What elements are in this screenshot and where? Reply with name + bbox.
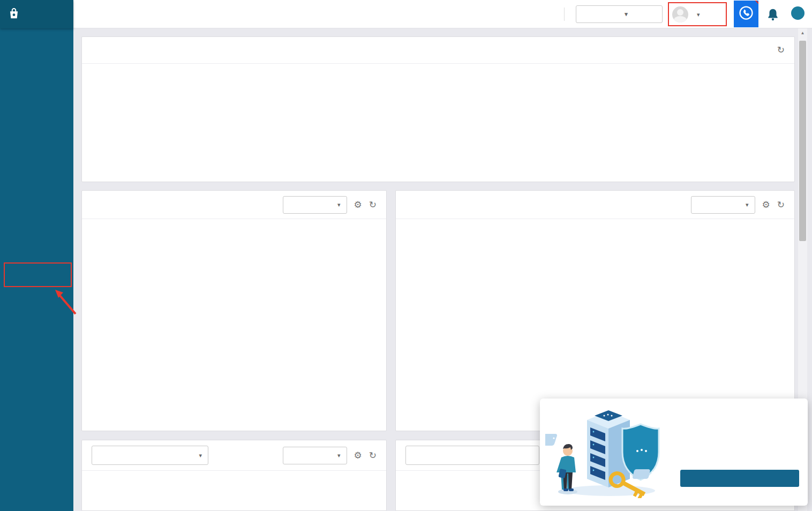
activity-panel: ↻ [81,36,795,182]
cashflow-panel-header: ▾ ⚙ ↻ [396,191,794,219]
gear-icon[interactable]: ⚙ [354,450,362,461]
topbar-divider [564,7,565,21]
product-share-panel: ▾ ▾ ⚙ ↻ [81,440,387,511]
avatar [672,6,688,22]
security-illustration [545,406,674,500]
product-share-header: ▾ ▾ ⚙ ↻ [82,440,386,471]
refresh-icon[interactable]: ↻ [369,199,377,211]
scroll-up-button[interactable]: ▲ [798,28,807,37]
refresh-icon[interactable]: ↻ [777,44,785,56]
app-root: ▾ ▾ ↻ [0,0,812,511]
chevron-down-icon: ▾ [337,201,341,208]
revenue-chart-panel: ▾ ⚙ ↻ [81,190,387,431]
refresh-icon[interactable]: ↻ [369,450,377,461]
store-select[interactable]: ▾ [576,5,663,23]
chevron-down-icon: ▾ [199,452,202,459]
scrollbar-thumb[interactable] [799,41,806,241]
gear-icon[interactable]: ⚙ [762,199,770,211]
notifications-button[interactable] [765,7,781,23]
verify-account-modal [540,399,808,506]
help-button[interactable] [791,6,805,20]
phone-icon [738,5,754,23]
period-select[interactable]: ▾ [283,196,347,214]
chevron-down-icon: ▾ [697,11,700,18]
support-phone-button[interactable] [734,1,758,27]
activity-header: ↻ [82,37,794,64]
chevron-down-icon: ▾ [625,11,628,18]
sidebar [0,0,73,511]
bell-icon [765,14,780,24]
sidebar-nav [0,28,73,32]
chevron-down-icon: ▾ [746,201,749,208]
revenue-panel-header: ▾ ⚙ ↻ [82,191,386,219]
topbar: ▾ ▾ [73,0,812,28]
continue-button[interactable] [680,470,799,487]
report-type-select[interactable] [405,446,539,465]
cashflow-chart-panel: ▾ ⚙ ↻ [395,190,795,431]
chevron-down-icon: ▾ [337,452,341,459]
gear-icon[interactable]: ⚙ [354,199,362,211]
logo-bag-icon [7,6,21,22]
refresh-icon[interactable]: ↻ [777,199,785,211]
period-select[interactable]: ▾ [283,447,347,464]
app-logo [0,0,73,28]
period-select[interactable]: ▾ [691,196,755,214]
user-menu[interactable]: ▾ [672,4,700,25]
activity-cards [82,64,794,182]
report-type-select[interactable]: ▾ [92,446,208,465]
